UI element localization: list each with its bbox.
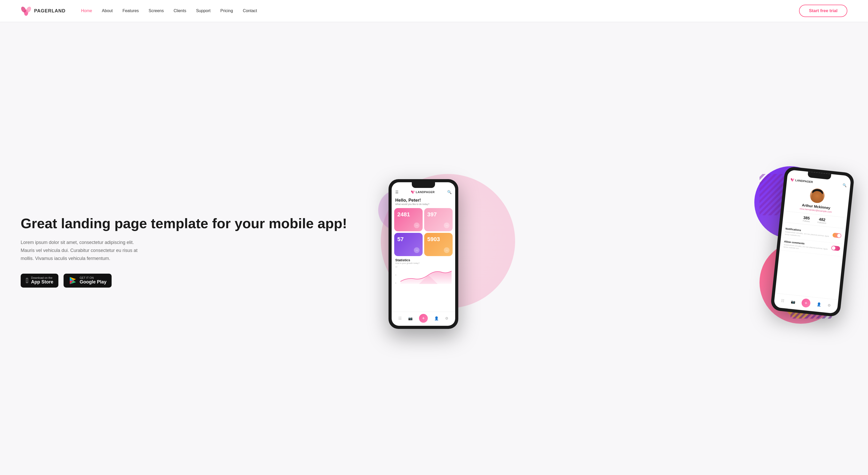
nav-features[interactable]: Features bbox=[122, 8, 139, 13]
home-settings-icon[interactable]: ⚙ bbox=[445, 316, 448, 320]
stats-sub: How is your growth today? bbox=[395, 262, 452, 264]
profile-settings-icon[interactable]: ⚙ bbox=[827, 303, 831, 308]
stats-title: Statistics bbox=[395, 258, 452, 262]
phone-screen-back: LANDPAGER 🔍 Arthur Mckinney nina.hernand… bbox=[774, 170, 851, 314]
app-brand-text: LANDPAGER bbox=[416, 191, 435, 194]
home-app-screen: ☰ LANDPAGER 🔍 bbox=[392, 182, 455, 326]
logo[interactable]: PAGERLAND bbox=[21, 5, 66, 16]
profile-app-screen: LANDPAGER 🔍 Arthur Mckinney nina.hernand… bbox=[774, 170, 851, 314]
tile-arrow-3: → bbox=[444, 247, 450, 253]
app-brand-icon bbox=[411, 190, 414, 194]
app-stats-section: Statistics How is your growth today? 12 … bbox=[392, 258, 455, 312]
phone-back: LANDPAGER 🔍 Arthur Mckinney nina.hernand… bbox=[770, 166, 855, 317]
search-icon[interactable]: 🔍 bbox=[447, 190, 452, 194]
tile-num-2: 57 bbox=[397, 236, 420, 243]
profile-grid-icon[interactable]: ☷ bbox=[781, 298, 785, 303]
app-tiles-grid: 2481 → 397 → 57 → bbox=[392, 208, 455, 256]
nav-about[interactable]: About bbox=[102, 8, 113, 13]
tile-arrow-2: → bbox=[414, 247, 420, 253]
chart-svg bbox=[400, 266, 452, 284]
notifications-toggle[interactable] bbox=[832, 233, 842, 238]
tile-2481[interactable]: 2481 → bbox=[394, 208, 423, 231]
follows-label: Follows bbox=[803, 220, 810, 223]
nav-links: Home About Features Screens Clients Supp… bbox=[81, 8, 799, 13]
app-store-sub: Download on the bbox=[31, 276, 53, 279]
toggle-knob-notifications bbox=[837, 234, 841, 238]
tile-num-1: 397 bbox=[427, 211, 450, 218]
logo-text: PAGERLAND bbox=[34, 8, 66, 14]
chart-label-6: 6 bbox=[395, 282, 397, 284]
google-play-sub: GET IT ON bbox=[80, 276, 106, 279]
chart-labels: 12 9 6 bbox=[395, 266, 397, 284]
home-user-icon[interactable]: 👤 bbox=[434, 316, 439, 320]
app-brand: LANDPAGER bbox=[411, 190, 435, 194]
profile-camera-icon[interactable]: 📷 bbox=[791, 300, 796, 304]
profile-search-icon: 🔍 bbox=[842, 183, 847, 188]
hero-heading: Great landing page template for your mob… bbox=[21, 215, 368, 231]
home-fab[interactable]: + bbox=[419, 314, 428, 323]
nav-contact[interactable]: Contact bbox=[243, 8, 257, 13]
phone-screen-front: ☰ LANDPAGER 🔍 bbox=[392, 182, 455, 326]
hero-section: Great landing page template for your mob… bbox=[0, 22, 868, 475]
home-grid-icon[interactable]: ☷ bbox=[398, 316, 402, 320]
profile-brand: LANDPAGER bbox=[790, 178, 813, 183]
hero-description: Lorem ipsum dolor sit amet, consectetur … bbox=[21, 239, 145, 262]
google-play-button[interactable]: GET IT ON Google Play bbox=[64, 274, 112, 287]
phone-shell-back: LANDPAGER 🔍 Arthur Mckinney nina.hernand… bbox=[770, 166, 855, 317]
tile-57[interactable]: 57 → bbox=[394, 233, 423, 256]
nav-home[interactable]: Home bbox=[81, 8, 92, 13]
comments-toggle[interactable] bbox=[831, 245, 840, 251]
hero-phones: LANDPAGER 🔍 Arthur Mckinney nina.hernand… bbox=[368, 164, 847, 339]
tile-arrow-1: → bbox=[444, 223, 450, 228]
nav-pricing[interactable]: Pricing bbox=[220, 8, 233, 13]
nav-screens[interactable]: Screens bbox=[149, 8, 164, 13]
tile-5903[interactable]: 5903 → bbox=[424, 233, 453, 256]
apple-icon:  bbox=[26, 276, 28, 285]
profile-user-icon[interactable]: 👤 bbox=[816, 302, 822, 307]
chart-label-12: 12 bbox=[395, 266, 397, 268]
nav-support[interactable]: Support bbox=[196, 8, 211, 13]
profile-fab[interactable]: + bbox=[801, 298, 811, 308]
app-topbar: ☰ LANDPAGER 🔍 bbox=[392, 189, 455, 196]
tile-num-0: 2481 bbox=[397, 211, 420, 218]
menu-icon[interactable]: ☰ bbox=[395, 190, 399, 194]
app-store-name: App Store bbox=[31, 279, 53, 285]
chart-area: 12 9 6 bbox=[395, 266, 452, 284]
profile-followers-stat: 482 Followers bbox=[817, 217, 827, 224]
store-buttons:  Download on the App Store bbox=[21, 274, 368, 287]
phone-front: ☰ LANDPAGER 🔍 bbox=[389, 179, 458, 329]
greeting-sub: What would you like to do today? bbox=[395, 203, 452, 205]
navbar: PAGERLAND Home About Features Screens Cl… bbox=[0, 0, 868, 22]
nav-cta: Start free trial bbox=[799, 5, 847, 17]
start-trial-button[interactable]: Start free trial bbox=[799, 5, 847, 17]
profile-follows-stat: 385 Follows bbox=[803, 215, 810, 223]
profile-brand-icon bbox=[790, 178, 795, 181]
app-bottom-bar: ☷ 📷 + 👤 ⚙ bbox=[392, 312, 455, 326]
phone-notch-front bbox=[412, 182, 435, 188]
hero-text: Great landing page template for your mob… bbox=[21, 215, 368, 287]
tile-arrow-0: → bbox=[414, 223, 420, 228]
home-camera-icon[interactable]: 📷 bbox=[408, 316, 412, 320]
profile-bottom-bar: ☷ 📷 + 👤 ⚙ bbox=[774, 293, 838, 314]
google-play-icon bbox=[69, 276, 77, 285]
greeting-name: Hello, Peter! bbox=[395, 198, 452, 203]
profile-brand-text: LANDPAGER bbox=[795, 178, 813, 183]
app-store-button[interactable]:  Download on the App Store bbox=[21, 274, 58, 287]
chart-label-9: 9 bbox=[395, 274, 397, 276]
nav-clients[interactable]: Clients bbox=[174, 8, 186, 13]
phone-shell-front: ☰ LANDPAGER 🔍 bbox=[389, 179, 458, 329]
toggle-knob-comments bbox=[832, 246, 835, 250]
tile-num-3: 5903 bbox=[427, 236, 450, 243]
logo-icon bbox=[21, 5, 32, 16]
tile-397[interactable]: 397 → bbox=[424, 208, 453, 231]
profile-avatar bbox=[809, 188, 826, 204]
app-greeting: Hello, Peter! What would you like to do … bbox=[392, 196, 455, 208]
google-play-name: Google Play bbox=[80, 279, 106, 285]
